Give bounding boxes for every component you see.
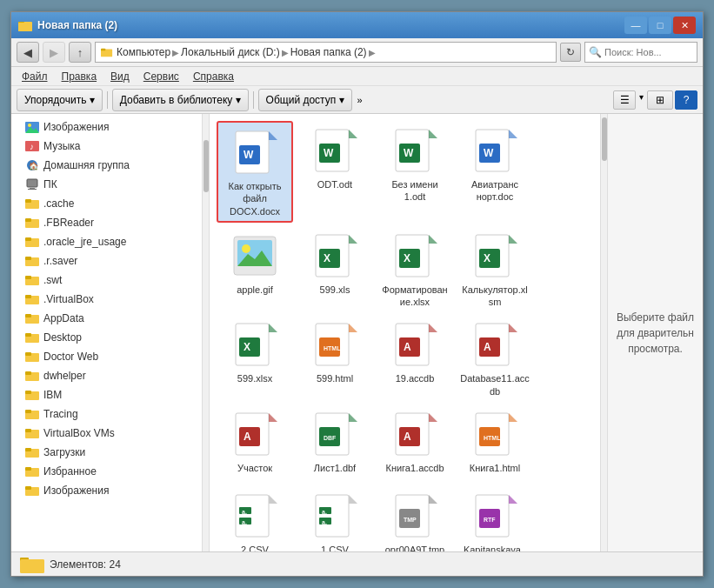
sidebar-icon-5 <box>25 216 39 230</box>
sidebar-item-3[interactable]: ПК <box>11 175 202 194</box>
maximize-button[interactable]: □ <box>649 17 671 34</box>
file-label-5: 599.xls <box>320 284 350 296</box>
refresh-button[interactable]: ↻ <box>560 43 581 62</box>
sidebar-item-7[interactable]: .r.saver <box>11 251 202 271</box>
file-item-12[interactable]: A Участок <box>217 404 293 483</box>
file-item-15[interactable]: HTML Книга1.html <box>457 404 533 483</box>
menu-edit[interactable]: Правка <box>55 69 104 84</box>
file-item-1[interactable]: W ODT.odt <box>297 121 373 223</box>
sidebar-item-9[interactable]: .VirtualBox <box>11 290 202 309</box>
svg-marker-61 <box>509 130 517 138</box>
share-button[interactable]: Общий доступ ▾ <box>258 89 352 111</box>
svg-marker-73 <box>429 235 437 244</box>
forward-button[interactable]: ▶ <box>43 42 65 63</box>
file-item-16[interactable]: a, a, 2.CSV <box>217 486 293 551</box>
sidebar-item-11[interactable]: Desktop <box>11 328 202 347</box>
minimize-button[interactable]: — <box>624 17 647 34</box>
file-item-4[interactable]: apple.gif <box>217 226 293 312</box>
menu-file[interactable]: Файл <box>15 69 55 84</box>
close-button[interactable]: ✕ <box>673 17 696 34</box>
sidebar-label-19: Изображения <box>43 484 109 497</box>
sidebar-scrollbar[interactable] <box>203 114 210 551</box>
sidebar-icon-0 <box>25 120 39 134</box>
sidebar-item-2[interactable]: 🏠Домашняя группа <box>11 156 202 175</box>
sidebar-item-10[interactable]: AppData <box>11 309 202 328</box>
file-label-13: Лист1.dbf <box>314 462 356 474</box>
sidebar-item-0[interactable]: Изображения <box>11 117 202 137</box>
up-button[interactable]: ↑ <box>69 42 91 63</box>
sidebar-item-4[interactable]: .cache <box>11 194 202 213</box>
sidebar-icon-15 <box>25 407 39 421</box>
svg-text:TMP: TMP <box>404 517 417 523</box>
sidebar-item-5[interactable]: .FBReader <box>11 213 202 232</box>
view-options-button[interactable]: ☰ <box>613 90 636 110</box>
svg-marker-101 <box>349 413 357 422</box>
sidebar-item-17[interactable]: Загрузки <box>11 443 202 462</box>
file-item-2[interactable]: W Без имени 1.odt <box>377 121 453 223</box>
svg-rect-37 <box>25 391 31 394</box>
back-button[interactable]: ◀ <box>17 42 39 63</box>
preview-text: Выберите файл для дварительн просмотра. <box>615 310 696 357</box>
search-box[interactable]: 🔍 <box>584 42 697 63</box>
file-item-13[interactable]: DBF Лист1.dbf <box>297 404 373 483</box>
file-icon-8: X <box>230 320 279 369</box>
sidebar-item-8[interactable]: .swt <box>11 271 202 290</box>
sidebar-label-10: AppData <box>43 312 84 324</box>
file-label-8: 599.xlsx <box>237 372 272 384</box>
sidebar-item-14[interactable]: IBM <box>11 385 202 404</box>
file-icon-1: W <box>310 126 359 175</box>
svg-text:W: W <box>484 147 494 159</box>
organize-button[interactable]: Упорядочить ▾ <box>17 89 103 111</box>
sidebar-item-13[interactable]: dwhelper <box>11 366 202 385</box>
view-preview-button[interactable]: ⊞ <box>647 90 673 110</box>
sidebar-item-6[interactable]: .oracle_jre_usage <box>11 232 202 251</box>
help-button[interactable]: ? <box>675 90 697 110</box>
svg-rect-2 <box>18 23 32 31</box>
file-item-11[interactable]: A Database11.accdb <box>457 315 533 401</box>
file-item-10[interactable]: A 19.accdb <box>377 315 453 401</box>
file-icon-9: HTML <box>310 320 359 369</box>
file-item-3[interactable]: W Авиатранс норт.doc <box>457 121 533 223</box>
file-item-8[interactable]: X 599.xlsx <box>217 315 293 401</box>
svg-text:X: X <box>324 252 330 264</box>
menu-view[interactable]: Вид <box>103 69 137 84</box>
toolbar-more-button[interactable]: » <box>354 89 366 111</box>
svg-marker-113 <box>269 495 277 504</box>
file-icon-16: a, a, <box>230 491 279 540</box>
add-library-button[interactable]: Добавить в библиотеку ▾ <box>112 89 249 111</box>
menu-help[interactable]: Справка <box>186 69 241 84</box>
sidebar-item-16[interactable]: VirtualBox VMs <box>11 424 202 443</box>
svg-marker-89 <box>429 324 437 332</box>
sidebar-icon-17 <box>25 445 39 459</box>
search-icon: 🔍 <box>589 46 602 58</box>
sidebar-item-15[interactable]: Tracing <box>11 404 202 424</box>
sidebar-item-18[interactable]: Избранное <box>11 462 202 481</box>
file-item-17[interactable]: a, a, 1.CSV <box>297 486 373 551</box>
sidebar-icon-9 <box>25 292 39 306</box>
search-input[interactable] <box>604 47 683 57</box>
file-item-9[interactable]: HTML 599.html <box>297 315 373 401</box>
file-item-14[interactable]: A Книга1.accdb <box>377 404 453 483</box>
menu-tools[interactable]: Сервис <box>137 69 186 84</box>
svg-text:a,: a, <box>322 509 327 516</box>
status-folder-icon <box>18 552 46 577</box>
file-item-7[interactable]: X Калькулятор.xlsm <box>457 226 533 312</box>
file-item-0[interactable]: W Как открыть файл DOCX.docx <box>217 121 293 223</box>
file-item-5[interactable]: X 599.xls <box>297 226 373 312</box>
file-icon-11: A <box>470 320 519 369</box>
file-label-7: Калькулятор.xlsm <box>460 284 530 309</box>
svg-text:W: W <box>244 149 254 161</box>
file-item-18[interactable]: TMP opr00A9T.tmp <box>377 486 453 551</box>
address-input[interactable]: Компьютер ▶ Локальный диск (D:) ▶ Новая … <box>95 42 557 63</box>
sidebar-item-1[interactable]: ♪Музыка <box>11 137 202 156</box>
file-item-6[interactable]: X Форматирование.xlsx <box>377 226 453 312</box>
file-scrollbar[interactable] <box>600 114 607 551</box>
sidebar-item-12[interactable]: Doctor Web <box>11 347 202 366</box>
file-area: W Как открыть файл DOCX.docx W ODT.odt W… <box>203 114 703 551</box>
file-icon-13: DBF <box>310 410 359 458</box>
view-dropdown[interactable]: ▾ <box>637 90 645 110</box>
file-icon-14: A <box>390 410 439 458</box>
svg-rect-19 <box>25 218 31 222</box>
file-item-19[interactable]: RTF Kapitanskaya_Dochka.rtf <box>457 486 533 551</box>
sidebar-item-19[interactable]: Изображения <box>11 481 202 500</box>
